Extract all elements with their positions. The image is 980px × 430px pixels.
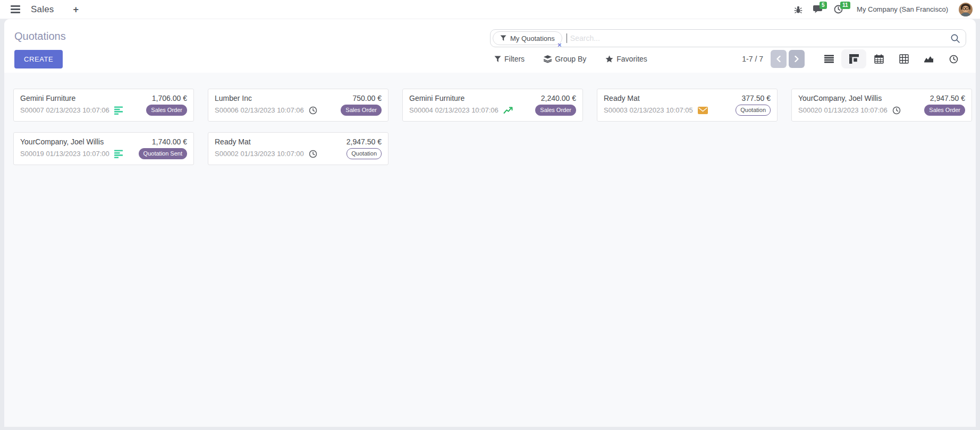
status-badge: Sales Order (341, 105, 382, 116)
search-icon (950, 33, 960, 44)
clock-icon[interactable] (309, 150, 317, 158)
view-switcher-activity[interactable] (941, 49, 966, 68)
pager-next-button[interactable] (789, 50, 805, 68)
kanban-view: Gemini Furniture 1,706.00 € S00007 02/13… (4, 73, 976, 427)
create-button[interactable]: CREATE (14, 50, 63, 68)
card-amount: 750.00 € (353, 94, 382, 102)
card-reference: S00019 (20, 150, 44, 158)
user-avatar[interactable] (959, 3, 973, 16)
card-datetime: 02/13/2023 10:07:06 (240, 106, 303, 114)
quotation-card[interactable]: Gemini Furniture 1,706.00 € S00007 02/13… (13, 89, 194, 122)
search-facet-my-quotations[interactable]: My Quotations (493, 31, 562, 45)
card-datetime: 01/13/2023 10:07:06 (824, 106, 887, 114)
view-switcher-list[interactable] (816, 49, 841, 68)
messages-count-badge: 5 (820, 2, 827, 9)
facet-remove-icon[interactable]: × (557, 41, 562, 48)
quotation-card[interactable]: Lumber Inc 750.00 € S00006 02/13/2023 10… (208, 89, 388, 122)
search-input[interactable] (567, 34, 950, 42)
activities-clock-icon[interactable]: 11 (834, 5, 843, 14)
trend-up-icon[interactable] (503, 106, 514, 114)
status-badge: Quotation Sent (139, 148, 187, 159)
pager-range: 1-7 / 7 (742, 55, 763, 63)
view-switcher-kanban[interactable] (841, 49, 866, 68)
quotation-card[interactable]: YourCompany, Joel Willis 1,740.00 € S000… (13, 132, 194, 165)
status-badge: Sales Order (924, 105, 965, 116)
status-badge: Sales Order (535, 105, 576, 116)
main-view: Quotations My Quotations × C (4, 19, 976, 427)
page-title: Quotations (14, 30, 66, 42)
search-bar: My Quotations × (490, 29, 966, 47)
view-switcher-graph[interactable] (916, 49, 941, 68)
tasks-green-icon[interactable] (114, 150, 123, 158)
activities-count-badge: 11 (840, 2, 850, 9)
card-customer: Ready Mat (604, 94, 640, 102)
layers-icon (544, 55, 552, 63)
filters-menu[interactable]: Filters (494, 55, 525, 63)
control-panel: Quotations My Quotations × C (4, 19, 976, 73)
favorites-label: Favorites (616, 55, 647, 63)
view-switcher-pivot[interactable] (891, 49, 916, 68)
card-reference: S00002 (215, 150, 239, 158)
status-badge: Sales Order (146, 105, 187, 116)
card-amount: 2,240.00 € (541, 94, 576, 102)
card-customer: Ready Mat (215, 137, 251, 146)
company-switcher[interactable]: My Company (San Francisco) (857, 5, 948, 13)
status-badge: Quotation (347, 148, 382, 159)
card-reference: S00006 (215, 106, 239, 114)
card-reference: S00003 (604, 106, 628, 114)
card-datetime: 02/13/2023 10:07:06 (435, 106, 498, 114)
filter-funnel-icon (500, 35, 506, 41)
search-facet-label: My Quotations (510, 35, 555, 42)
card-amount: 1,740.00 € (152, 137, 187, 146)
add-tab-icon[interactable]: + (73, 5, 79, 14)
card-amount: 1,706.00 € (152, 94, 187, 102)
quotation-card[interactable]: Gemini Furniture 2,240.00 € S00004 02/13… (402, 89, 583, 122)
debug-bug-icon[interactable] (794, 5, 802, 14)
card-amount: 2,947.50 € (930, 94, 965, 102)
clock-icon[interactable] (309, 106, 317, 115)
card-datetime: 01/13/2023 10:07:00 (46, 150, 109, 158)
view-switcher-calendar[interactable] (866, 49, 891, 68)
card-datetime: 02/13/2023 10:07:06 (46, 106, 109, 114)
card-datetime: 02/13/2023 10:07:05 (629, 106, 692, 114)
star-icon (605, 55, 613, 63)
card-amount: 377.50 € (742, 94, 771, 102)
card-reference: S00020 (798, 106, 822, 114)
quotation-card[interactable]: Ready Mat 377.50 € S00003 02/13/2023 10:… (597, 89, 778, 122)
card-customer: YourCompany, Joel Willis (798, 94, 882, 102)
pager-previous-button[interactable] (771, 50, 787, 68)
card-customer: Gemini Furniture (409, 94, 464, 102)
group-by-menu[interactable]: Group By (544, 55, 586, 63)
card-amount: 2,947.50 € (347, 137, 382, 146)
card-reference: S00007 (20, 106, 44, 114)
quotation-card[interactable]: Ready Mat 2,947.50 € S00002 01/13/2023 1… (208, 132, 388, 165)
status-badge: Quotation (736, 105, 771, 116)
quotation-card[interactable]: YourCompany, Joel Willis 2,947.50 € S000… (791, 89, 972, 122)
filters-label: Filters (504, 55, 525, 63)
card-customer: Gemini Furniture (20, 94, 75, 102)
top-navbar: Sales + 5 11 My Compa (0, 0, 980, 19)
card-customer: YourCompany, Joel Willis (20, 137, 104, 146)
view-switcher (816, 49, 966, 68)
envelope-icon[interactable] (698, 107, 708, 114)
filter-funnel-icon (494, 56, 501, 63)
clock-icon[interactable] (892, 106, 901, 115)
card-customer: Lumber Inc (215, 94, 252, 102)
card-reference: S00004 (409, 106, 433, 114)
favorites-menu[interactable]: Favorites (605, 55, 647, 63)
group-by-label: Group By (555, 55, 586, 63)
tasks-green-icon[interactable] (114, 106, 123, 115)
app-name[interactable]: Sales (31, 4, 54, 15)
hamburger-menu-icon[interactable] (7, 3, 23, 15)
card-datetime: 01/13/2023 10:07:00 (240, 150, 303, 158)
messages-icon[interactable]: 5 (813, 5, 823, 14)
